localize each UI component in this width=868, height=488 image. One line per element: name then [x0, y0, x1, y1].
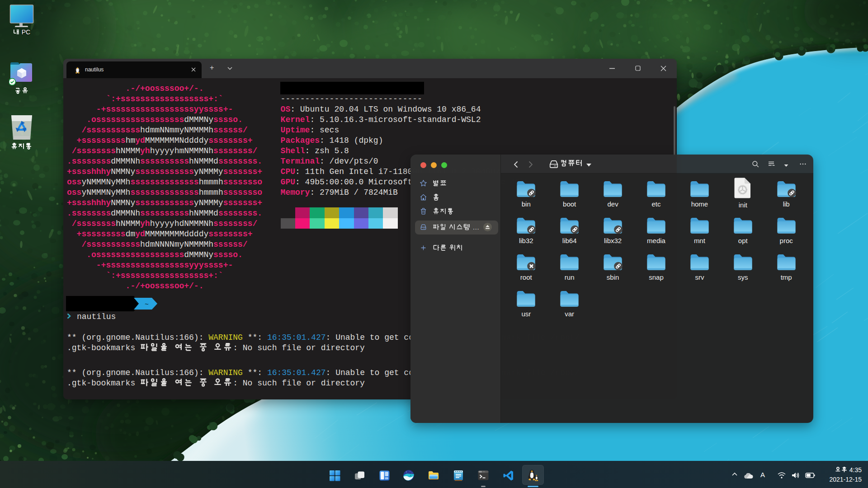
svg-text:~: ~ [145, 301, 149, 309]
